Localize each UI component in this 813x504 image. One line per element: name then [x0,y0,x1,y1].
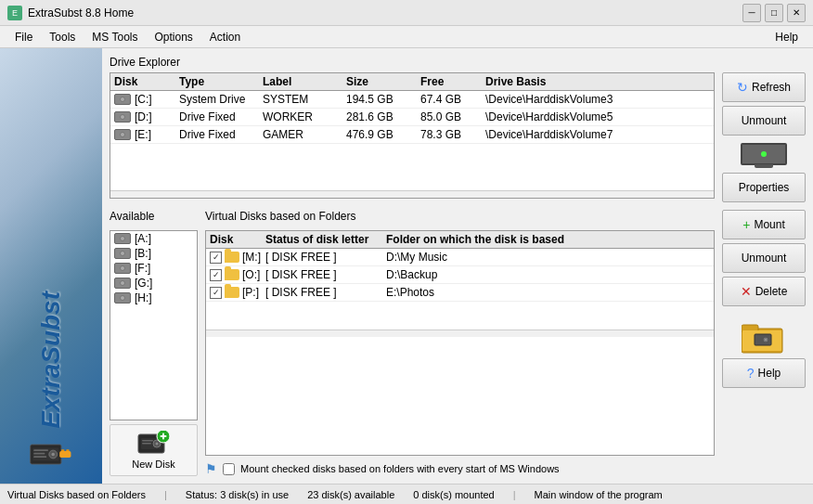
table-row[interactable]: [E:] Drive Fixed GAMER 476.9 GB 78.3 GB … [110,126,714,144]
menu-bar: File Tools MS Tools Options Action Help [0,26,813,48]
drive-explorer-title: Drive Explorer [110,56,806,69]
menu-options[interactable]: Options [148,29,200,45]
refresh-icon: ↻ [737,80,748,95]
vdisk-table: Disk Status of disk letter Folder on whi… [205,230,715,456]
status-separator2: | [513,489,516,500]
menu-items: File Tools MS Tools Options Action [7,29,248,45]
properties-button[interactable]: Properties [722,173,806,202]
list-item[interactable]: [A:] [110,231,197,246]
svg-rect-7 [59,451,71,458]
available-title: Available [110,210,198,223]
col-label: Label [263,75,346,88]
monitor-light [761,151,767,157]
folder-icon [225,252,239,263]
col-free: Free [420,75,485,88]
checkbox-m[interactable] [210,252,222,264]
status-text: Status: 3 disk(s) in use [186,489,289,500]
col-type: Type [179,75,263,88]
drive-c-cell: [C:] [114,93,179,106]
list-item[interactable]: [B:] [110,246,197,261]
auto-mount-checkbox[interactable] [223,463,235,475]
menu-action[interactable]: Action [202,29,248,45]
checkbox-p[interactable] [210,287,222,299]
vdisk-row-p: [P:] [210,286,265,299]
drive-d-cell: [D:] [114,110,179,123]
window-controls: ─ □ ✕ [742,4,806,22]
drive-explorer-table: Disk Type Label Size Free Drive Basis [C… [110,72,715,199]
hdd-icon [114,248,131,259]
svg-point-13 [155,443,158,446]
explorer-header: Disk Type Label Size Free Drive Basis [110,73,714,91]
new-disk-button[interactable]: New Disk [110,424,198,476]
plus-icon: + [742,217,750,232]
virtual-title: Virtual Disks based on Folders [205,210,715,223]
help-icon: ? [747,366,755,381]
list-item[interactable]: [G:] [110,276,197,291]
hdd-icon [114,129,131,140]
svg-rect-4 [33,449,48,451]
help-button[interactable]: ? Help [722,358,806,388]
col-size: Size [346,75,420,88]
hdd-icon [114,263,131,274]
window-title: ExtraSubst 8.8 Home [28,6,134,19]
top-buttons-panel: ↻ Refresh Unmount Properties [722,72,806,202]
folder-svg [742,321,786,355]
close-button[interactable]: ✕ [787,4,806,22]
new-disk-icon [137,431,171,457]
hdd-icon [114,292,131,304]
main-description: Main window of the program [535,489,663,500]
available-count: 23 disk(s) available [307,489,394,500]
status-separator: | [164,489,167,500]
main-content: ExtraSubst Drive Explorer [0,48,813,484]
vdisk-scrollbar[interactable] [206,330,714,337]
folder-icon [225,269,239,280]
vdisk-unmount-button[interactable]: Unmount [722,243,806,273]
sidebar-brand: ExtraSubst [36,291,66,429]
hdd-icon [114,111,131,123]
svg-rect-9 [66,449,70,451]
hdd-icon [114,233,131,244]
list-item[interactable]: [F:] [110,261,197,276]
col-disk: Disk [114,75,179,88]
sidebar-label: Virtual Disks based on Folders [7,489,146,500]
refresh-button[interactable]: ↻ Refresh [722,72,806,102]
monitor-icon-container [722,139,806,169]
minimize-button[interactable]: ─ [742,4,761,22]
table-row[interactable]: [C:] System Drive SYSTEM 194.5 GB 67.4 G… [110,91,714,109]
monitor-icon [741,143,787,165]
menu-tools[interactable]: Tools [42,29,83,45]
menu-mstools[interactable]: MS Tools [84,29,145,45]
delete-x-icon: ✕ [741,284,752,299]
col-basis: Drive Basis [485,75,710,88]
svg-point-3 [51,453,55,457]
svg-rect-8 [61,449,65,451]
drive-explorer-section: Drive Explorer Disk Type Label Size Free… [110,56,806,202]
list-item[interactable]: [H:] [110,291,197,305]
checkbox-o[interactable] [210,269,222,281]
svg-rect-14 [142,440,153,442]
right-content: Drive Explorer Disk Type Label Size Free… [102,48,813,484]
mounted-count: 0 disk(s) mounted [413,489,494,500]
bottom-buttons-panel: + Mount Unmount ✕ Delete [722,210,806,476]
available-panel: Available [A:] [B:] [F:] [110,210,198,476]
menu-file[interactable]: File [7,29,40,45]
menu-help[interactable]: Help [768,29,806,45]
svg-rect-15 [142,443,151,445]
hdd-icon [114,94,131,105]
delete-button[interactable]: ✕ Delete [722,277,806,306]
drive-explorer-unmount-button[interactable]: Unmount [722,106,806,136]
explorer-scrollbar[interactable] [110,190,714,198]
virtual-panel: Virtual Disks based on Folders Disk Stat… [205,210,715,476]
table-row[interactable]: [D:] Drive Fixed WORKER 281.6 GB 85.0 GB… [110,109,714,126]
vdisk-row-m: [M:] [210,251,265,264]
title-bar: E ExtraSubst 8.8 Home ─ □ ✕ [0,0,813,26]
maximize-button[interactable]: □ [765,4,783,22]
vdisk-header: Disk Status of disk letter Folder on whi… [206,231,714,249]
mount-button[interactable]: + Mount [722,210,806,239]
table-row[interactable]: [M:] [ DISK FREE ] D:\My Music [206,249,714,266]
status-bar: Virtual Disks based on Folders | Status:… [0,484,813,504]
table-row[interactable]: [O:] [ DISK FREE ] D:\Backup [206,266,714,284]
table-row[interactable]: [P:] [ DISK FREE ] E:\Photos [206,284,714,302]
bottom-section: Available [A:] [B:] [F:] [110,210,806,476]
sidebar: ExtraSubst [0,48,102,484]
